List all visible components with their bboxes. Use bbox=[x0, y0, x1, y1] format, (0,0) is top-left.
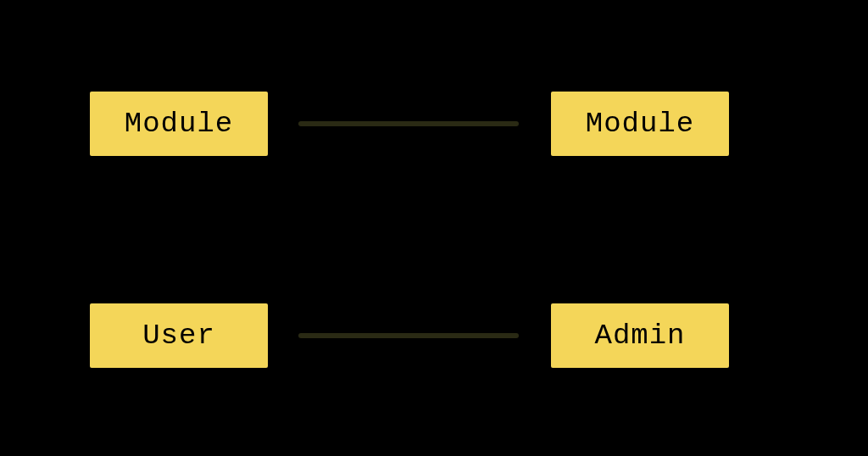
node-label: Module bbox=[586, 108, 694, 140]
connector-user-admin bbox=[298, 333, 519, 338]
node-label: User bbox=[142, 320, 215, 352]
node-user: User bbox=[90, 303, 268, 368]
node-module-right: Module bbox=[551, 92, 729, 156]
connector-module-module bbox=[298, 121, 519, 126]
node-module-left: Module bbox=[90, 92, 268, 156]
node-admin: Admin bbox=[551, 303, 729, 368]
node-label: Admin bbox=[594, 320, 685, 352]
node-label: Module bbox=[125, 108, 233, 140]
